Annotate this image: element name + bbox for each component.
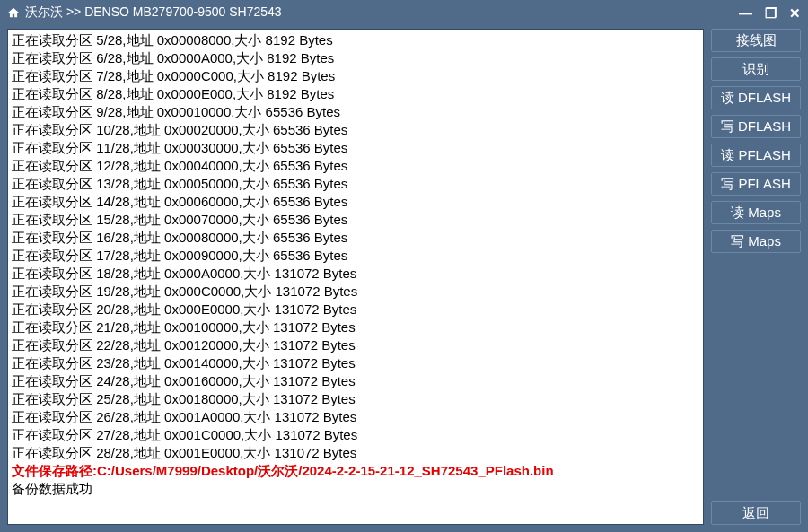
back-button[interactable]: 返回 bbox=[711, 501, 801, 525]
log-line: 正在读取分区 15/28,地址 0x00070000,大小 65536 Byte… bbox=[12, 211, 699, 229]
log-line: 正在读取分区 25/28,地址 0x00180000,大小 131072 Byt… bbox=[12, 390, 699, 408]
identify-button[interactable]: 识别 bbox=[711, 57, 801, 81]
log-line: 正在读取分区 14/28,地址 0x00060000,大小 65536 Byte… bbox=[12, 193, 699, 211]
sidebar-spacer bbox=[711, 258, 801, 496]
log-line: 正在读取分区 20/28,地址 0x000E0000,大小 131072 Byt… bbox=[12, 301, 699, 318]
window-controls: — ❐ ✕ bbox=[739, 6, 801, 20]
sidebar: 接线图识别读 DFLASH写 DFLASH读 PFLASH写 PFLASH读 M… bbox=[711, 29, 801, 525]
log-line: 正在读取分区 28/28,地址 0x001E0000,大小 131072 Byt… bbox=[12, 444, 699, 462]
close-button[interactable]: ✕ bbox=[789, 6, 801, 20]
log-panel[interactable]: 正在读取分区 5/28,地址 0x00008000,大小 8192 Bytes正… bbox=[7, 29, 704, 525]
log-line: 正在读取分区 5/28,地址 0x00008000,大小 8192 Bytes bbox=[12, 31, 699, 49]
log-line: 正在读取分区 11/28,地址 0x00030000,大小 65536 Byte… bbox=[12, 139, 699, 157]
titlebar: 沃尔沃 >> DENSO MB279700-9500 SH72543 — ❐ ✕ bbox=[0, 0, 808, 25]
log-line: 正在读取分区 17/28,地址 0x00090000,大小 65536 Byte… bbox=[12, 247, 699, 265]
main-area: 正在读取分区 5/28,地址 0x00008000,大小 8192 Bytes正… bbox=[0, 25, 808, 532]
log-line: 正在读取分区 19/28,地址 0x000C0000,大小 131072 Byt… bbox=[12, 283, 699, 301]
log-line: 正在读取分区 12/28,地址 0x00040000,大小 65536 Byte… bbox=[12, 157, 699, 175]
log-line: 正在读取分区 26/28,地址 0x001A0000,大小 131072 Byt… bbox=[12, 408, 699, 426]
log-line: 正在读取分区 8/28,地址 0x0000E000,大小 8192 Bytes bbox=[12, 85, 699, 103]
read-dflash-button[interactable]: 读 DFLASH bbox=[711, 86, 801, 109]
minimize-button[interactable]: — bbox=[739, 6, 752, 20]
save-path-line: 文件保存路径:C:/Users/M7999/Desktop/沃尔沃/2024-2… bbox=[12, 462, 699, 480]
log-line: 正在读取分区 7/28,地址 0x0000C000,大小 8192 Bytes bbox=[12, 67, 699, 85]
log-line: 正在读取分区 21/28,地址 0x00100000,大小 131072 Byt… bbox=[12, 318, 699, 336]
breadcrumb: 沃尔沃 >> DENSO MB279700-9500 SH72543 bbox=[25, 4, 739, 21]
log-line: 正在读取分区 6/28,地址 0x0000A000,大小 8192 Bytes bbox=[12, 49, 699, 67]
wiring-diagram-button[interactable]: 接线图 bbox=[711, 29, 801, 52]
log-line: 正在读取分区 9/28,地址 0x00010000,大小 65536 Bytes bbox=[12, 103, 699, 121]
maximize-button[interactable]: ❐ bbox=[765, 6, 777, 20]
log-line: 正在读取分区 10/28,地址 0x00020000,大小 65536 Byte… bbox=[12, 121, 699, 139]
success-line: 备份数据成功 bbox=[12, 480, 699, 498]
write-maps-button[interactable]: 写 Maps bbox=[711, 230, 801, 253]
write-pflash-button[interactable]: 写 PFLASH bbox=[711, 172, 801, 196]
log-line: 正在读取分区 22/28,地址 0x00120000,大小 131072 Byt… bbox=[12, 336, 699, 354]
read-pflash-button[interactable]: 读 PFLASH bbox=[711, 144, 801, 167]
log-line: 正在读取分区 23/28,地址 0x00140000,大小 131072 Byt… bbox=[12, 354, 699, 372]
log-line: 正在读取分区 24/28,地址 0x00160000,大小 131072 Byt… bbox=[12, 372, 699, 390]
read-maps-button[interactable]: 读 Maps bbox=[711, 201, 801, 224]
log-line: 正在读取分区 16/28,地址 0x00080000,大小 65536 Byte… bbox=[12, 229, 699, 247]
log-line: 正在读取分区 13/28,地址 0x00050000,大小 65536 Byte… bbox=[12, 175, 699, 193]
write-dflash-button[interactable]: 写 DFLASH bbox=[711, 115, 801, 138]
log-line: 正在读取分区 27/28,地址 0x001C0000,大小 131072 Byt… bbox=[12, 426, 699, 444]
home-icon bbox=[7, 6, 20, 19]
log-line: 正在读取分区 18/28,地址 0x000A0000,大小 131072 Byt… bbox=[12, 265, 699, 283]
